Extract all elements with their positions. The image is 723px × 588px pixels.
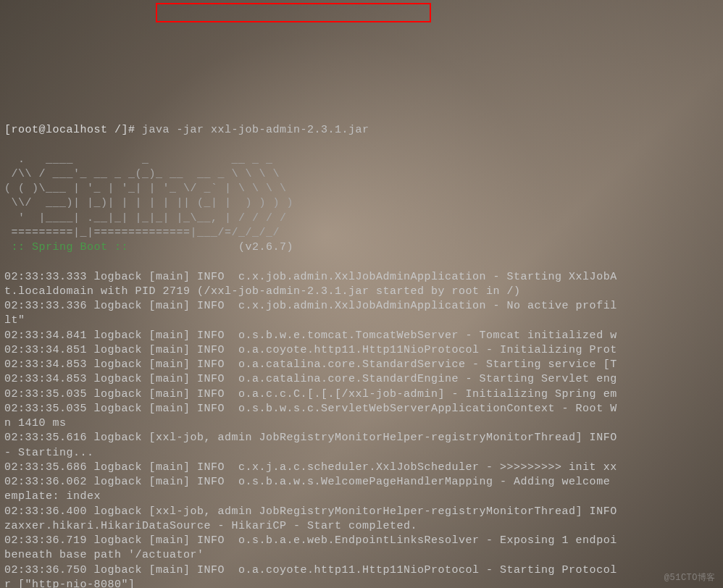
log-line: zaxxer.hikari.HikariDataSource - HikariC… [4,520,417,532]
log-line: 02:33:33.333 logback [main] INFO c.x.job… [4,271,617,283]
log-line: 02:33:36.750 logback [main] INFO o.a.coy… [4,564,617,576]
log-line: 02:33:36.400 logback [xxl-job, admin Job… [4,505,617,518]
log-line: 02:33:33.336 logback [main] INFO c.x.job… [4,300,617,312]
log-line: t.localdomain with PID 2719 (/xxl-job-ad… [4,285,521,298]
command-text: java -jar xxl-job-admin-2.3.1.jar [142,124,369,136]
log-line: emplate: index [4,490,101,503]
log-line: 02:33:35.035 logback [main] INFO o.a.c.c… [4,388,617,400]
command-prompt-line: [root@localhost /]# java -jar xxl-job-ad… [4,124,369,136]
log-line: 02:33:35.035 logback [main] INFO o.s.b.w… [4,403,617,415]
log-line: 02:33:35.616 logback [xxl-job, admin Job… [4,432,617,444]
log-line: beneath base path '/actuator' [4,549,204,561]
spring-ascii-art: . ____ _ __ _ _ /\\ / ___'_ __ _ _(_)_ _… [4,154,293,239]
log-line: 02:33:34.851 logback [main] INFO o.a.coy… [4,344,617,356]
terminal-output[interactable]: [root@localhost /]# java -jar xxl-job-ad… [0,103,723,588]
spring-boot-label: :: Spring Boot :: [4,241,135,253]
log-line: 02:33:36.062 logback [main] INFO o.s.b.a… [4,476,617,488]
log-line: 02:33:35.686 logback [main] INFO c.x.j.a… [4,461,617,474]
spring-boot-version: (v2.6.7) [135,241,294,253]
log-line: r ["http-nio-8080"] [4,579,135,588]
prompt-user-host: [root@localhost /]# [4,124,142,136]
log-line: lt" [4,314,25,327]
log-line: - Starting... [4,447,94,459]
log-line: 02:33:34.853 logback [main] INFO o.a.cat… [4,373,617,385]
log-line: n 1410 ms [4,417,67,429]
log-line: 02:33:34.853 logback [main] INFO o.a.cat… [4,358,617,371]
log-line: 02:33:36.719 logback [main] INFO o.s.b.a… [4,534,617,547]
watermark-text: @51CTO博客 [664,572,716,584]
log-line: 02:33:34.841 logback [main] INFO o.s.b.w… [4,329,617,342]
